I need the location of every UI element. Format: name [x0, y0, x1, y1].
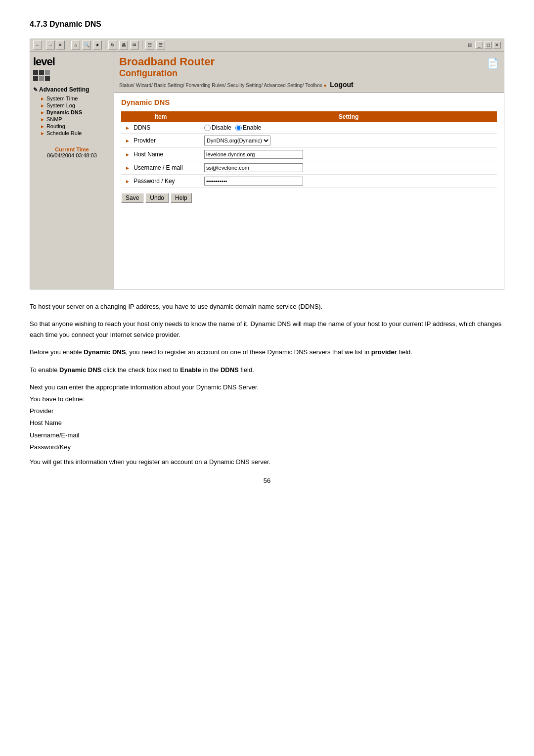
sidebar-section-label: Advanced Setting — [39, 86, 89, 93]
home-button[interactable]: ⌂ — [71, 41, 80, 49]
col-header-setting: Setting — [200, 111, 497, 122]
router-header: Broadband Router Configuration 📄 Status/… — [114, 51, 504, 93]
table-row: ► Host Name — [121, 148, 497, 161]
settings-table: Item Setting ► DDNS — [121, 111, 497, 188]
provider-select[interactable]: DynDNS.org(Dynamic) — [204, 136, 270, 145]
brand-logo: level — [33, 55, 111, 68]
arrow-icon: ► — [40, 124, 45, 129]
sidebar-item-label: SNMP — [46, 116, 62, 122]
content-area: Dynamic DNS Item Setting ► DDN — [114, 93, 504, 208]
favorites-button[interactable]: ★ — [93, 41, 102, 49]
undo-button[interactable]: Undo — [145, 193, 169, 203]
row-arrow-icon: ► — [125, 138, 130, 143]
logo-cell-6 — [45, 76, 50, 81]
logout-link[interactable]: Logout — [330, 81, 353, 89]
logo-cell-5 — [39, 76, 44, 81]
grid-button[interactable]: ☷ — [145, 41, 154, 49]
router-icon: 📄 — [487, 57, 499, 69]
arrow-icon: ► — [40, 103, 45, 108]
back-button[interactable]: ← — [33, 41, 42, 49]
action-buttons: Save Undo Help — [121, 193, 497, 203]
router-branding: Broadband Router Configuration — [119, 55, 215, 79]
setting-hostname — [200, 148, 497, 161]
table-row: ► Username / E-mail — [121, 161, 497, 175]
browser-window: ← → ✕ ⌂ 🔍 ★ ↻ 🖶 ✉ ☷ ☰ 🖥 _ ◻ ✕ level — [30, 39, 504, 289]
para3-suffix: field. — [397, 348, 412, 356]
item-ddns: ► DDNS — [121, 122, 200, 134]
section-icon: ✎ — [33, 87, 38, 93]
sidebar-item-schedule-rule[interactable]: ► Schedule Rule — [33, 130, 111, 137]
para4-prefix: To enable — [30, 366, 59, 374]
logo-icon-grid — [33, 70, 111, 81]
logo-cell-2 — [39, 70, 44, 75]
para3-bold2: provider — [371, 348, 397, 356]
browser-toolbar: ← → ✕ ⌂ 🔍 ★ ↻ 🖶 ✉ ☷ ☰ 🖥 _ ◻ ✕ — [30, 39, 504, 51]
line-1: Next you can enter the appropriate infor… — [30, 382, 504, 393]
row-arrow-icon: ► — [125, 152, 130, 157]
toolbar-sep2 — [105, 41, 105, 49]
stop-button[interactable]: ✕ — [56, 41, 65, 49]
nav-basic[interactable]: Basic Setting/ — [154, 83, 184, 88]
para4-middle: click the check box next to — [101, 366, 180, 374]
list-button[interactable]: ☰ — [156, 41, 165, 49]
window-controls: 🖥 _ ◻ ✕ — [467, 42, 501, 48]
nav-advanced[interactable]: Advanced Setting/ — [264, 83, 304, 88]
restore-button[interactable]: ◻ — [484, 42, 492, 48]
forward-button[interactable]: → — [46, 41, 55, 49]
nav-status[interactable]: Status/ — [119, 83, 134, 88]
radio-enable[interactable] — [235, 125, 242, 131]
radio-enable-label[interactable]: Enable — [235, 124, 261, 131]
body-text-section: To host your server on a changing IP add… — [30, 301, 504, 467]
sidebar-item-label: System Log — [46, 102, 75, 108]
current-time-value: 06/04/2004 03:48:03 — [33, 152, 111, 158]
radio-disable-label[interactable]: Disable — [204, 124, 231, 131]
sidebar-item-system-time[interactable]: ► System Time — [33, 95, 111, 102]
logout-dot: ● — [323, 83, 326, 88]
refresh-button[interactable]: ↻ — [108, 41, 117, 49]
hostname-input[interactable] — [204, 150, 303, 159]
radio-disable[interactable] — [204, 125, 211, 131]
password-input[interactable] — [204, 177, 303, 186]
define-item-provider: Provider — [30, 406, 504, 417]
search-button[interactable]: 🔍 — [82, 41, 91, 49]
line-last: You will get this information when you r… — [30, 457, 504, 467]
para3-middle: , you need to register an account on one… — [126, 348, 371, 356]
sidebar-section-advanced[interactable]: ✎ Advanced Setting — [33, 86, 111, 93]
mail-button[interactable]: ✉ — [130, 41, 139, 49]
para4-bold3: DDNS — [221, 366, 239, 374]
help-button[interactable]: Help — [171, 193, 192, 203]
print-button[interactable]: 🖶 — [119, 41, 128, 49]
save-button[interactable]: Save — [121, 193, 143, 203]
arrow-icon: ► — [40, 96, 45, 101]
table-row: ► DDNS Disable — [121, 122, 497, 134]
col-header-item: Item — [121, 111, 200, 122]
nav-toolbox[interactable]: Toolbox — [305, 83, 322, 88]
para3-bold1: Dynamic DNS — [84, 348, 126, 356]
sidebar-item-routing[interactable]: ► Routing — [33, 123, 111, 130]
paragraph-1: To host your server on a changing IP add… — [30, 301, 504, 312]
minimize-button[interactable]: _ — [475, 42, 483, 48]
paragraph-4: To enable Dynamic DNS click the check bo… — [30, 365, 504, 375]
browser-body: level ✎ Advanced Setting ► System Time — [30, 51, 504, 289]
line-2: You have to define: — [30, 394, 504, 405]
para3-prefix: Before you enable — [30, 348, 84, 356]
paragraph-2: So that anyone wishing to reach your hos… — [30, 319, 504, 340]
sidebar-item-system-log[interactable]: ► System Log — [33, 102, 111, 109]
logo-cell-4 — [33, 76, 38, 81]
nav-wizard[interactable]: Wizard/ — [136, 83, 153, 88]
logo-area: level — [33, 55, 111, 81]
logo-cell-3 — [45, 70, 50, 75]
paragraph-3: Before you enable Dynamic DNS, you need … — [30, 347, 504, 357]
sidebar-item-snmp[interactable]: ► SNMP — [33, 116, 111, 123]
item-hostname: ► Host Name — [121, 148, 200, 161]
close-button[interactable]: ✕ — [493, 42, 501, 48]
ddns-radio-group: Disable Enable — [204, 124, 493, 131]
setting-ddns: Disable Enable — [200, 122, 497, 134]
nav-forwarding[interactable]: Forwarding Rules/ — [186, 83, 226, 88]
section-heading: Dynamic DNS — [121, 98, 497, 106]
sidebar-item-label: Dynamic DNS — [46, 109, 82, 115]
page-title: 4.7.3 Dynamic DNS — [30, 20, 504, 29]
nav-security[interactable]: Seculity Setting/ — [227, 83, 263, 88]
sidebar-item-dynamic-dns[interactable]: ► Dynamic DNS — [33, 109, 111, 116]
username-input[interactable] — [204, 163, 303, 172]
